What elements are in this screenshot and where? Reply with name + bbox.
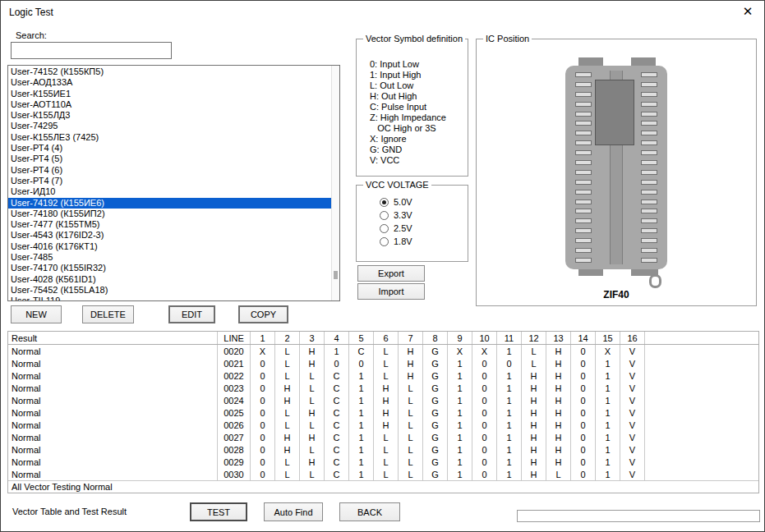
- list-item[interactable]: User-4543 (К176ID2-3): [8, 230, 331, 241]
- vector-symbol-line: OC High or 3S: [370, 123, 464, 134]
- vcc-option[interactable]: 2.5V: [380, 222, 464, 235]
- list-item[interactable]: User-74180 (К155ИП2): [8, 209, 331, 219]
- vector-cell: 1: [349, 369, 374, 382]
- vector-cell: 0: [251, 443, 275, 456]
- vector-cell: 1: [448, 357, 472, 369]
- export-button[interactable]: Export: [357, 265, 425, 282]
- vector-cell: H: [546, 419, 571, 431]
- vector-cell: 1: [448, 431, 472, 443]
- ic-position-group: IC Position ZIF40: [476, 39, 757, 306]
- result-cell: Normal: [8, 369, 218, 382]
- pin-slot: [641, 102, 657, 107]
- pin-slot: [641, 190, 657, 195]
- vector-cell: 0: [251, 431, 275, 443]
- vector-cell: H: [546, 382, 571, 394]
- vcc-option[interactable]: 5.0V: [380, 195, 464, 209]
- vector-cell: C: [349, 345, 374, 357]
- vcc-option-label: 1.8V: [394, 236, 412, 246]
- zif-lever-ring: [649, 274, 661, 288]
- list-item[interactable]: User-TIL119: [8, 296, 331, 300]
- pin-slot: [575, 82, 592, 87]
- vector-cell: L: [399, 456, 423, 468]
- list-item[interactable]: User-74170 (К155IR32): [8, 263, 331, 273]
- pin-slot: [641, 248, 657, 253]
- vector-cell: L: [300, 443, 325, 456]
- search-input[interactable]: [11, 42, 172, 59]
- pin-slots-right: [641, 72, 657, 263]
- copy-button[interactable]: COPY: [238, 305, 288, 323]
- vector-cell: H: [546, 456, 571, 468]
- list-scrollbar[interactable]: [331, 66, 339, 300]
- vector-cell: L: [275, 456, 300, 468]
- list-item[interactable]: User-7477 (К155ТМ5): [8, 219, 331, 230]
- pin-slot: [575, 140, 592, 145]
- row-filler: [645, 419, 758, 431]
- pin-slot: [575, 218, 592, 223]
- column-header: 8: [423, 332, 448, 344]
- back-button[interactable]: BACK: [339, 502, 400, 521]
- radio-icon: [380, 224, 389, 233]
- pin-slot: [641, 112, 657, 117]
- new-button[interactable]: NEW: [11, 305, 62, 323]
- device-list: User-74152 (К155КП5)User-АОД133АUser-К15…: [8, 66, 331, 300]
- list-item[interactable]: User-74295: [8, 121, 331, 131]
- list-item[interactable]: User-АОД133А: [8, 77, 331, 88]
- ic-position-group-title: IC Position: [483, 34, 532, 44]
- scrollbar-thumb[interactable]: [334, 271, 338, 279]
- table-row: Normal00260LLC1HLG101HH01V: [8, 419, 758, 431]
- vector-cell: 1: [596, 369, 620, 382]
- list-item[interactable]: User-4028 (К561ID1): [8, 274, 331, 285]
- vector-cell: 1: [325, 345, 349, 357]
- vector-cell: V: [620, 456, 645, 468]
- list-item[interactable]: User-74192 (К155ИЕ6): [8, 198, 331, 209]
- import-button[interactable]: Import: [357, 283, 425, 300]
- vector-cell: 0: [251, 456, 275, 468]
- device-list-box: User-74152 (К155КП5)User-АОД133АUser-К15…: [7, 65, 340, 301]
- vector-cell: G: [423, 382, 448, 394]
- list-item[interactable]: User-РТ4 (4): [8, 143, 331, 154]
- vector-symbol-line: Z: High Impedance: [370, 112, 464, 123]
- vector-cell: G: [423, 369, 448, 382]
- list-item[interactable]: User-ИД10: [8, 186, 331, 197]
- vector-cell: V: [620, 443, 645, 456]
- vcc-option[interactable]: 1.8V: [380, 235, 464, 248]
- edit-button[interactable]: EDIT: [168, 305, 215, 323]
- delete-button[interactable]: DELETE: [82, 305, 134, 323]
- close-icon[interactable]: ✕: [740, 4, 756, 19]
- column-header: 3: [300, 332, 325, 344]
- pin-slot: [641, 218, 657, 223]
- pin-slot: [575, 258, 592, 263]
- vector-cell: V: [620, 369, 645, 382]
- test-button[interactable]: TEST: [190, 502, 247, 521]
- vector-cell: V: [620, 406, 645, 419]
- list-item[interactable]: User-АОТ110А: [8, 99, 331, 110]
- pin-slot: [575, 180, 592, 185]
- list-item[interactable]: User-РТ4 (7): [8, 176, 331, 186]
- pin-slot: [575, 209, 592, 213]
- list-item[interactable]: User-РТ4 (5): [8, 154, 331, 164]
- list-item[interactable]: User-7485: [8, 252, 331, 263]
- vector-cell: V: [620, 345, 645, 357]
- vector-cell: 1: [596, 394, 620, 406]
- list-item[interactable]: User-РТ4 (6): [8, 165, 331, 176]
- list-item[interactable]: User-74152 (К155КП5): [8, 66, 331, 77]
- vector-cell: L: [275, 357, 300, 369]
- line-cell: 0024: [218, 394, 251, 406]
- vector-cell: 0: [251, 468, 275, 480]
- list-item[interactable]: User-75452 (К155LA18): [8, 285, 331, 296]
- auto-find-button[interactable]: Auto Find: [264, 502, 323, 521]
- result-cell: Normal: [8, 382, 218, 394]
- zif-socket: [565, 66, 667, 269]
- list-item[interactable]: User-К155ЛД3: [8, 110, 331, 121]
- vector-cell: H: [522, 406, 546, 419]
- vcc-option[interactable]: 3.3V: [380, 209, 464, 222]
- column-header: 9: [448, 332, 472, 344]
- list-item[interactable]: User-К155ИЕ1: [8, 89, 331, 99]
- logic-test-window: Logic Test ✕ Search: User-74152 (К155КП5…: [0, 0, 765, 532]
- list-item[interactable]: User-К155ЛЕ3 (7425): [8, 132, 331, 143]
- list-item[interactable]: User-4016 (К176КТ1): [8, 241, 331, 252]
- pin-slot: [641, 131, 657, 135]
- table-footer: All Vector Testing Normal: [8, 480, 758, 493]
- line-cell: 0027: [218, 431, 251, 443]
- vector-cell: 0: [472, 382, 497, 394]
